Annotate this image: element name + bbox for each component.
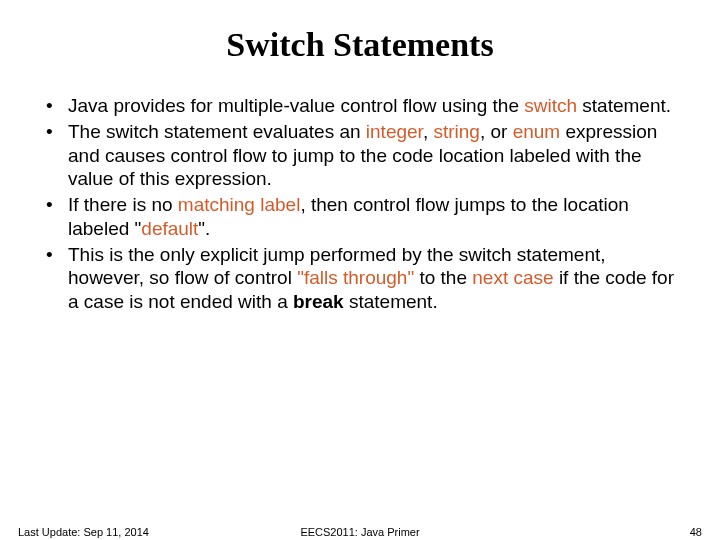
bullet-4: This is the only explicit jump performed…	[38, 243, 682, 314]
highlight-default: default	[141, 218, 198, 239]
highlight-switch: switch	[524, 95, 577, 116]
highlight-next-case: next case	[472, 267, 553, 288]
highlight-integer: integer	[366, 121, 423, 142]
text: Java provides for multiple-value control…	[68, 95, 524, 116]
highlight-falls-through: "falls through"	[297, 267, 414, 288]
bold-break: break	[293, 291, 344, 312]
bullet-list: Java provides for multiple-value control…	[38, 94, 682, 314]
text: If there is no	[68, 194, 178, 215]
highlight-matching-label: matching label	[178, 194, 301, 215]
footer-course: EECS2011: Java Primer	[0, 526, 720, 538]
text: ".	[198, 218, 210, 239]
bullet-1: Java provides for multiple-value control…	[38, 94, 682, 118]
slide: Switch Statements Java provides for mult…	[0, 26, 720, 540]
text: statement.	[577, 95, 671, 116]
text: to the	[414, 267, 472, 288]
text: , or	[480, 121, 513, 142]
slide-title: Switch Statements	[38, 26, 682, 64]
slide-body: Java provides for multiple-value control…	[38, 94, 682, 314]
text: ,	[423, 121, 434, 142]
bullet-2: The switch statement evaluates an intege…	[38, 120, 682, 191]
text: The switch statement evaluates an	[68, 121, 366, 142]
bullet-3: If there is no matching label, then cont…	[38, 193, 682, 241]
highlight-enum: enum	[513, 121, 561, 142]
highlight-string: string	[433, 121, 479, 142]
slide-footer: Last Update: Sep 11, 2014 EECS2011: Java…	[0, 526, 720, 540]
text: statement.	[344, 291, 438, 312]
slide-number: 48	[690, 526, 702, 538]
